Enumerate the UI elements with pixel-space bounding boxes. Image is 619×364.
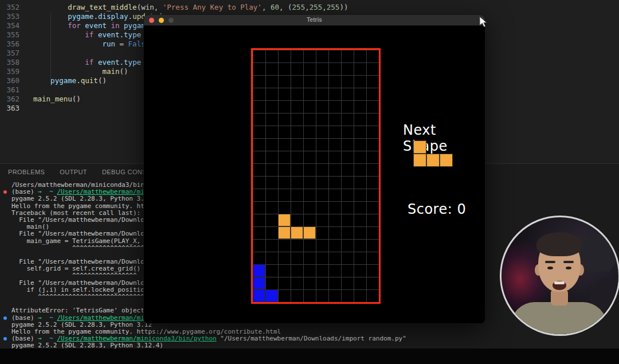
command-success-icon: [3, 316, 7, 320]
text-segment: [120, 21, 124, 30]
text-segment: type: [124, 30, 141, 39]
text-segment: , (: [279, 3, 292, 11]
text-segment: run: [102, 40, 115, 48]
presenter-teeth: [554, 281, 565, 284]
text-segment: ~: [49, 314, 53, 322]
text-segment: [93, 58, 98, 66]
text-segment: .: [76, 76, 81, 85]
presenter-neck: [551, 289, 568, 306]
text-segment: (base): [11, 188, 38, 195]
preview-tetromino-cell: [413, 154, 426, 167]
text-segment: /Users/matthewberman/miniconda3/bin/p: [11, 181, 152, 189]
tetris-playfield: [251, 48, 381, 304]
text-segment: [107, 21, 111, 30]
line-number: 353: [0, 12, 19, 21]
text-segment: 'Press Any Key to Play': [163, 3, 262, 11]
text-segment: 255: [310, 3, 323, 11]
text-segment: main_menu: [33, 95, 72, 103]
text-segment: type: [124, 58, 141, 66]
screen: 352 draw_text_middle(win, 'Press Any Key…: [0, 0, 619, 364]
text-segment: Hello from the pygame community. https:/…: [11, 328, 281, 335]
text-segment: =: [115, 40, 128, 48]
tetromino-cell: [253, 264, 265, 277]
text-segment: File "/Users/matthewberman/Download: [11, 230, 152, 237]
text-segment: quit: [81, 76, 98, 85]
text-segment: (): [72, 95, 81, 103]
text-segment: main(): [11, 223, 49, 230]
presenter-eye: [566, 267, 571, 269]
tetromino-cell: [265, 289, 278, 302]
bottom-black-bar: [0, 349, 619, 364]
tab-output[interactable]: OUTPUT: [60, 169, 87, 175]
text-segment: "/Users/matthewberman/Downloads/import r…: [217, 335, 406, 342]
text-segment: File "/Users/matthewberman/Download: [11, 216, 152, 224]
text-segment: 60: [271, 3, 279, 11]
text-segment: (base): [11, 314, 38, 322]
text-segment: main_game = TetrisGame(PLAY_X, PL: [11, 237, 152, 245]
line-number: 354: [0, 21, 19, 30]
text-segment: ~: [49, 188, 53, 195]
webcam-overlay: [500, 216, 619, 336]
next-shape-preview: [413, 140, 453, 167]
tetris-window: Tetris Next Shape Score: 0: [143, 14, 485, 324]
text-segment: [33, 76, 50, 85]
text-segment: )): [339, 3, 348, 11]
preview-tetromino-cell: [426, 154, 440, 167]
presenter-hair: [536, 232, 582, 256]
text-segment: pygame 2.5.2 (SDL 2.28.3, Python 3.12: [11, 195, 152, 202]
text-segment: .: [93, 12, 98, 21]
presenter-eyebrow: [545, 261, 555, 263]
text-segment: (win,: [137, 3, 163, 11]
line-number: 359: [0, 67, 19, 76]
text-segment: main: [102, 67, 119, 76]
text-segment: [33, 58, 85, 66]
line-number: 362: [0, 95, 19, 104]
text-segment: [33, 3, 68, 11]
tetris-titlebar[interactable]: Tetris: [144, 15, 485, 26]
text-segment: event: [98, 30, 120, 39]
code-line: 352 draw_text_middle(win, 'Press Any Key…: [0, 3, 619, 12]
text-segment: AttributeError: 'TetrisGame' object h: [11, 307, 152, 314]
command-success-icon: [3, 337, 7, 340]
line-number: 361: [0, 85, 19, 95]
board-cells: [253, 50, 379, 302]
line-number: 358: [0, 58, 19, 67]
text-segment: for: [68, 21, 81, 30]
tetromino-cell: [278, 226, 291, 239]
presenter-eyebrow: [563, 261, 574, 263]
text-segment: pygame: [50, 76, 76, 85]
text-segment: →: [38, 335, 42, 342]
text-segment: 255: [327, 3, 340, 11]
text-segment: pygame: [68, 12, 93, 21]
text-segment: .: [128, 12, 133, 21]
text-segment: /Users/matthewberman/mini: [57, 314, 152, 322]
text-segment: →: [38, 188, 42, 195]
presenter-eye: [547, 267, 553, 269]
line-number: 355: [0, 30, 19, 40]
text-segment: pygame 2.5.2 (SDL 2.28.3, Python 3.12: [11, 321, 152, 328]
text-segment: Hello from the pygame community. http: [11, 202, 152, 210]
text-segment: ^^^^^^^^^^^^^^^^^^^^^^^^^^^^^: [11, 293, 148, 300]
text-segment: (): [120, 67, 128, 76]
text-segment: ,: [305, 3, 310, 11]
preview-tetromino-cell: [413, 140, 426, 154]
tetromino-cell: [278, 214, 291, 226]
text-segment: [93, 30, 98, 39]
line-number: 360: [0, 76, 19, 85]
text-segment: [42, 314, 49, 322]
text-segment: ^^^^^^^^^^^^^^^^^^^^^: [11, 244, 152, 252]
text-segment: in: [111, 21, 120, 30]
tetris-game-area: Next Shape Score: 0: [144, 26, 485, 323]
tab-problems[interactable]: PROBLEMS: [8, 169, 45, 175]
indent-guide: [50, 13, 51, 86]
text-segment: event: [85, 21, 107, 30]
text-segment: ^^^^^^^^^^^^^^^^^: [11, 272, 137, 279]
text-segment: File "/Users/matthewberman/Download: [11, 279, 152, 287]
text-segment: ,: [322, 3, 327, 11]
line-number: 357: [0, 49, 19, 58]
text-segment: [42, 188, 49, 195]
score-text: Score: 0: [408, 201, 466, 217]
text-segment: if (j,i) in self.locked_positions: [11, 286, 152, 293]
tetromino-cell: [291, 226, 303, 239]
text-segment: if: [85, 30, 93, 39]
